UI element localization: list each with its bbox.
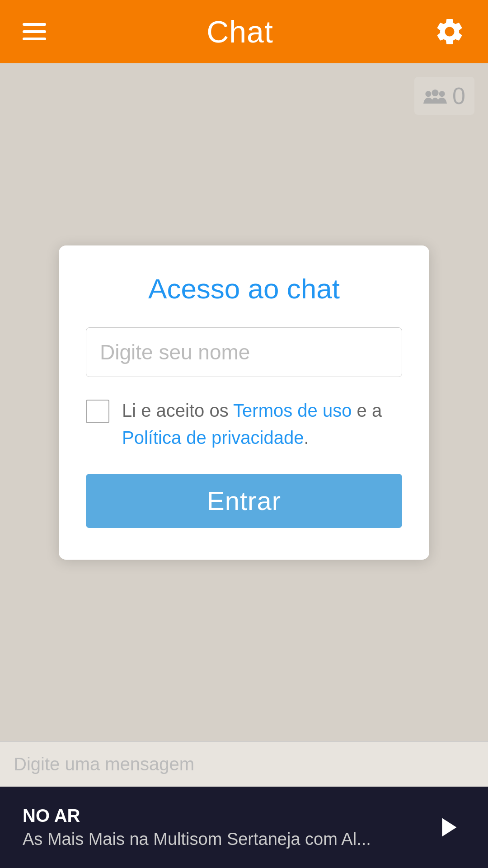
name-input[interactable] [86,327,402,377]
message-input-area: Digite uma mensagem [0,741,488,787]
modal-overlay: Acesso ao chat Li e aceito os Termos de … [0,63,488,741]
bottom-bar: NO AR As Mais Mais na Multisom Sertaneja… [0,787,488,868]
app-header: Chat [0,0,488,63]
modal-title: Acesso ao chat [86,273,402,305]
terms-suffix: . [304,428,309,448]
terms-text: Li e aceito os Termos de uso e a Polític… [122,397,402,451]
page-title: Chat [206,14,273,49]
chat-area: 0 Acesso ao chat Li e aceito os Termos d… [0,63,488,741]
terms-of-use-link[interactable]: Termos de uso [233,401,352,420]
terms-prefix: Li e aceito os [122,401,233,420]
enter-button[interactable]: Entrar [86,474,402,528]
settings-icon[interactable] [434,16,465,47]
play-button[interactable] [429,809,465,845]
on-air-label: NO AR [23,806,371,826]
message-input-placeholder: Digite uma mensagem [14,754,194,774]
terms-checkbox[interactable] [86,400,109,423]
on-air-subtitle: As Mais Mais na Multisom Sertaneja com A… [23,830,371,849]
bottom-bar-text: NO AR As Mais Mais na Multisom Sertaneja… [23,806,371,849]
login-modal: Acesso ao chat Li e aceito os Termos de … [59,245,429,560]
terms-middle: e a [352,401,382,420]
terms-row: Li e aceito os Termos de uso e a Polític… [86,397,402,451]
menu-icon[interactable] [23,23,46,40]
privacy-policy-link[interactable]: Política de privacidade [122,428,304,448]
